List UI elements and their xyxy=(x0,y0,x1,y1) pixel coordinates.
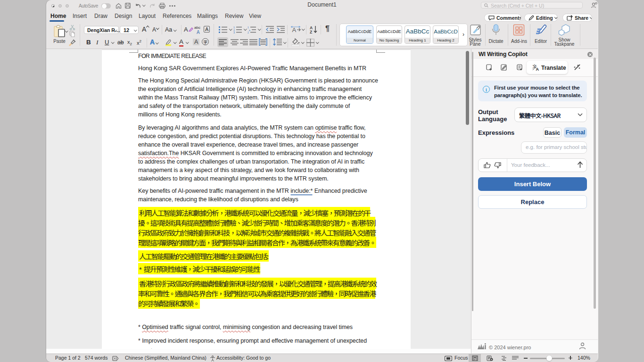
svg-text:a: a xyxy=(249,29,250,32)
svg-text:3: 3 xyxy=(233,31,235,33)
svg-text:Z: Z xyxy=(310,30,312,34)
svg-text:A: A xyxy=(536,67,539,71)
svg-text:A: A xyxy=(292,26,297,33)
svg-text:2: 2 xyxy=(248,31,249,33)
